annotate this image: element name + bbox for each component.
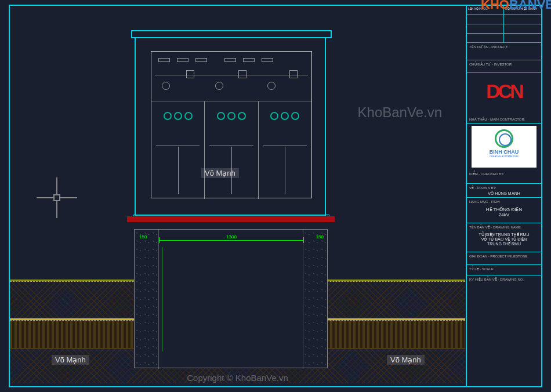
rmu-cabinet: [135, 36, 326, 216]
tb-consultant: NHÀ THẦU - MAIN CONTRACTOR:: [467, 115, 541, 124]
ucs-icon: [37, 177, 77, 218]
dimension-width: 1300: [226, 234, 237, 239]
tb-scale: TỶ LỆ - SCALE:: [467, 265, 541, 275]
tb-project: TÊN DỰ ÁN - PROJECT:: [467, 43, 541, 60]
tb-drawing-name: TÊN BẢN VẼ - DRAWING NAME: TỦ ĐIỆN TRUNG…: [467, 223, 541, 252]
concrete-wall-left: [135, 230, 159, 369]
author-tag: Võ Mạnh: [201, 168, 239, 178]
tb-dwgno: KÝ HIỆU BẢN VẼ - DRAWING NO.:: [467, 275, 541, 287]
binh-chau-logo: BINH CHAU CREATIVE AUTOMATIONS: [472, 126, 536, 168]
single-line-diagram: [151, 52, 311, 101]
tb-draw: VẼ - DRAWN BY: VÕ HÙNG MẠNH: [467, 184, 541, 198]
watermark-url: KhoBanVe.vn: [358, 104, 442, 121]
tb-owner: CHỦ ĐẦU TƯ - INVESTOR:: [467, 60, 541, 73]
title-block: LẦN NỘP REV. NỘI DUNG HIỆU CHỈNH TÊN DỰ …: [466, 6, 541, 386]
panel-1: [151, 101, 204, 199]
panel-row: [151, 101, 311, 199]
tb-milestone: GIAI ĐOẠN - PROJECT MILESTONE:: [467, 252, 541, 265]
foundation-structural-beam: [127, 216, 335, 222]
cabinet-roof: [131, 30, 332, 38]
panel-2: [204, 101, 258, 199]
dimension-wall-r: 150: [316, 234, 324, 239]
tb-check: KIỂM - CHECKED BY:: [467, 170, 541, 184]
dimension-wall-l: 150: [139, 234, 147, 239]
tb-item: HẠNG MỤC - ITEM: HỆ THỐNG ĐIỆN 24kV: [467, 198, 541, 223]
model-space[interactable]: 1300 150 150 Võ Mạnh Võ Mạnh Võ Mạnh Kho…: [10, 6, 465, 386]
dcn-logo: DCN: [467, 73, 541, 115]
concrete-wall-right: [303, 230, 327, 369]
foundation-pit: 1300 150 150: [134, 229, 328, 368]
panel-3: [258, 101, 311, 199]
author-tag: Võ Mạnh: [52, 355, 89, 365]
author-tag: Võ Mạnh: [387, 355, 425, 365]
watermark-copyright: Copyright © KhoBanVe.vn: [187, 373, 288, 383]
cable-pit: 1300 150 150: [159, 230, 304, 369]
watermark-logo: KHOBANVE: [481, 0, 551, 12]
drawing-canvas[interactable]: 1300 150 150 Võ Mạnh Võ Mạnh Võ Mạnh Kho…: [9, 5, 542, 387]
